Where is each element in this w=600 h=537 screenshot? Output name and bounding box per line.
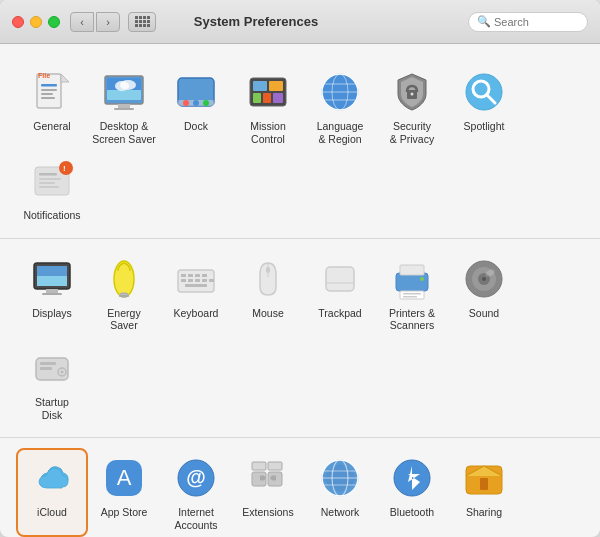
window-title: System Preferences bbox=[44, 14, 468, 29]
printers-scanners-icon bbox=[388, 255, 436, 303]
svg-rect-56 bbox=[202, 274, 207, 277]
pref-sharing[interactable]: Sharing bbox=[448, 448, 520, 537]
svg-rect-58 bbox=[188, 279, 193, 282]
pref-mouse[interactable]: Mouse bbox=[232, 249, 304, 338]
svg-rect-46 bbox=[37, 266, 67, 276]
language-region-label: Language& Region bbox=[317, 120, 364, 145]
svg-rect-41 bbox=[39, 178, 61, 180]
bluetooth-icon bbox=[388, 454, 436, 502]
pref-trackpad[interactable]: Trackpad bbox=[304, 249, 376, 338]
search-input[interactable] bbox=[494, 16, 584, 28]
svg-rect-3 bbox=[41, 89, 57, 91]
search-icon: 🔍 bbox=[477, 15, 491, 28]
pref-security-privacy[interactable]: Security& Privacy bbox=[376, 62, 448, 151]
svg-point-17 bbox=[183, 100, 189, 106]
app-store-label: App Store bbox=[101, 506, 148, 519]
svg-rect-62 bbox=[185, 284, 207, 287]
section-personal: File General bbox=[0, 52, 600, 239]
svg-rect-65 bbox=[326, 267, 354, 291]
network-icon bbox=[316, 454, 364, 502]
spotlight-icon bbox=[460, 68, 508, 116]
close-button[interactable] bbox=[12, 16, 24, 28]
pref-bluetooth[interactable]: Bluetooth bbox=[376, 448, 448, 537]
pref-app-store[interactable]: A App Store bbox=[88, 448, 160, 537]
startup-disk-icon bbox=[28, 344, 76, 392]
svg-rect-43 bbox=[39, 186, 59, 188]
mission-control-icon bbox=[244, 68, 292, 116]
pref-keyboard[interactable]: Keyboard bbox=[160, 249, 232, 338]
svg-rect-13 bbox=[114, 108, 134, 110]
svg-text:@: @ bbox=[186, 466, 206, 488]
svg-rect-22 bbox=[269, 81, 283, 91]
pref-icloud[interactable]: iCloud bbox=[16, 448, 88, 537]
displays-icon bbox=[28, 255, 76, 303]
svg-rect-99 bbox=[480, 478, 488, 490]
sharing-label: Sharing bbox=[466, 506, 502, 519]
pref-dock[interactable]: Dock bbox=[160, 62, 232, 151]
svg-rect-69 bbox=[400, 291, 424, 299]
pref-spotlight[interactable]: Spotlight bbox=[448, 62, 520, 151]
internet-accounts-label: InternetAccounts bbox=[174, 506, 217, 531]
pref-notifications[interactable]: ! Notifications bbox=[16, 151, 88, 228]
bluetooth-label: Bluetooth bbox=[390, 506, 434, 519]
svg-rect-68 bbox=[400, 265, 424, 275]
security-privacy-icon bbox=[388, 68, 436, 116]
svg-text:!: ! bbox=[63, 164, 66, 173]
mouse-icon bbox=[244, 255, 292, 303]
security-privacy-label: Security& Privacy bbox=[390, 120, 434, 145]
dock-icon bbox=[172, 68, 220, 116]
pref-printers-scanners[interactable]: Printers &Scanners bbox=[376, 249, 448, 338]
titlebar: ‹ › System Preferences 🔍 bbox=[0, 0, 600, 44]
energy-saver-label: EnergySaver bbox=[107, 307, 140, 332]
svg-rect-24 bbox=[263, 93, 271, 103]
sound-icon bbox=[460, 255, 508, 303]
svg-rect-25 bbox=[273, 93, 283, 103]
search-bar[interactable]: 🔍 bbox=[468, 12, 588, 32]
pref-extensions[interactable]: Extensions bbox=[232, 448, 304, 537]
pref-energy-saver[interactable]: EnergySaver bbox=[88, 249, 160, 338]
pref-network[interactable]: Network bbox=[304, 448, 376, 537]
svg-rect-47 bbox=[46, 289, 58, 293]
pref-general[interactable]: File General bbox=[16, 62, 88, 151]
svg-rect-80 bbox=[40, 367, 52, 370]
mission-control-label: MissionControl bbox=[250, 120, 286, 145]
language-region-icon bbox=[316, 68, 364, 116]
svg-rect-4 bbox=[41, 93, 53, 95]
system-preferences-window: ‹ › System Preferences 🔍 bbox=[0, 0, 600, 537]
pref-language-region[interactable]: Language& Region bbox=[304, 62, 376, 151]
section-internet: iCloud A App Store bbox=[0, 438, 600, 537]
svg-rect-57 bbox=[181, 279, 186, 282]
svg-point-18 bbox=[193, 100, 199, 106]
section-hardware: Displays EnergySaver bbox=[0, 239, 600, 438]
icloud-label: iCloud bbox=[37, 506, 67, 519]
preferences-content: File General bbox=[0, 44, 600, 537]
sound-label: Sound bbox=[469, 307, 499, 320]
section1-grid: File General bbox=[16, 62, 584, 228]
internet-accounts-icon: @ bbox=[172, 454, 220, 502]
startup-disk-label: StartupDisk bbox=[35, 396, 69, 421]
svg-rect-61 bbox=[209, 279, 214, 282]
svg-rect-64 bbox=[266, 267, 270, 273]
svg-marker-1 bbox=[61, 74, 69, 82]
svg-rect-59 bbox=[195, 279, 200, 282]
svg-rect-60 bbox=[202, 279, 207, 282]
desktop-label: Desktop &Screen Saver bbox=[92, 120, 156, 145]
pref-sound[interactable]: Sound bbox=[448, 249, 520, 338]
svg-rect-53 bbox=[181, 274, 186, 277]
svg-rect-55 bbox=[195, 274, 200, 277]
desktop-icon bbox=[100, 68, 148, 116]
minimize-button[interactable] bbox=[30, 16, 42, 28]
extensions-label: Extensions bbox=[242, 506, 293, 519]
pref-internet-accounts[interactable]: @ InternetAccounts bbox=[160, 448, 232, 537]
pref-startup-disk[interactable]: StartupDisk bbox=[16, 338, 88, 427]
svg-rect-70 bbox=[403, 293, 421, 295]
pref-desktop[interactable]: Desktop &Screen Saver bbox=[88, 62, 160, 151]
notifications-icon: ! bbox=[28, 157, 76, 205]
pref-mission-control[interactable]: MissionControl bbox=[232, 62, 304, 151]
energy-saver-icon bbox=[100, 255, 148, 303]
app-store-icon: A bbox=[100, 454, 148, 502]
network-label: Network bbox=[321, 506, 360, 519]
section2-grid: Displays EnergySaver bbox=[16, 249, 584, 427]
svg-rect-23 bbox=[253, 93, 261, 103]
pref-displays[interactable]: Displays bbox=[16, 249, 88, 338]
